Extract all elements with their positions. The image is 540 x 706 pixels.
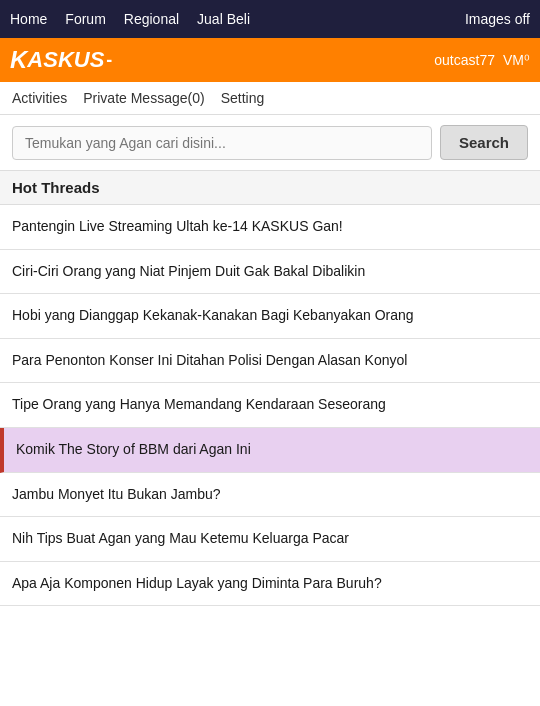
thread-item[interactable]: Komik The Story of BBM dari Agan Ini [0,428,540,473]
top-nav-links: Home Forum Regional Jual Beli [10,11,250,27]
thread-item[interactable]: Nih Tips Buat Agan yang Mau Ketemu Kelua… [0,517,540,562]
hot-threads-header: Hot Threads [0,171,540,205]
nav-home[interactable]: Home [10,11,47,27]
thread-item[interactable]: Ciri-Ciri Orang yang Niat Pinjem Duit Ga… [0,250,540,295]
kaskus-logo[interactable]: K ASKUS - [10,46,112,74]
nav-forum[interactable]: Forum [65,11,105,27]
thread-list: Pantengin Live Streaming Ultah ke-14 KAS… [0,205,540,606]
thread-item[interactable]: Pantengin Live Streaming Ultah ke-14 KAS… [0,205,540,250]
thread-item[interactable]: Jambu Monyet Itu Bukan Jambu? [0,473,540,518]
thread-item[interactable]: Apa Aja Komponen Hidup Layak yang Dimint… [0,562,540,607]
search-input[interactable] [12,126,432,160]
nav-setting[interactable]: Setting [221,90,265,106]
thread-item[interactable]: Tipe Orang yang Hanya Memandang Kendaraa… [0,383,540,428]
top-nav: Home Forum Regional Jual Beli Images off [0,0,540,38]
thread-item[interactable]: Hobi yang Dianggap Kekanak-Kanakan Bagi … [0,294,540,339]
search-bar: Search [0,115,540,171]
logo-k: K [10,46,27,74]
logo-dash: - [106,50,112,71]
user-info: outcast77 VM⁰ [434,52,530,68]
images-off-toggle[interactable]: Images off [465,11,530,27]
logo-bar: K ASKUS - outcast77 VM⁰ [0,38,540,82]
username[interactable]: outcast77 [434,52,495,68]
search-button[interactable]: Search [440,125,528,160]
nav-regional[interactable]: Regional [124,11,179,27]
secondary-nav: Activities Private Message(0) Setting [0,82,540,115]
nav-activities[interactable]: Activities [12,90,67,106]
logo-rest: ASKUS [27,47,104,73]
vm-badge[interactable]: VM⁰ [503,52,530,68]
thread-item[interactable]: Para Penonton Konser Ini Ditahan Polisi … [0,339,540,384]
nav-jual-beli[interactable]: Jual Beli [197,11,250,27]
nav-private-message[interactable]: Private Message(0) [83,90,204,106]
